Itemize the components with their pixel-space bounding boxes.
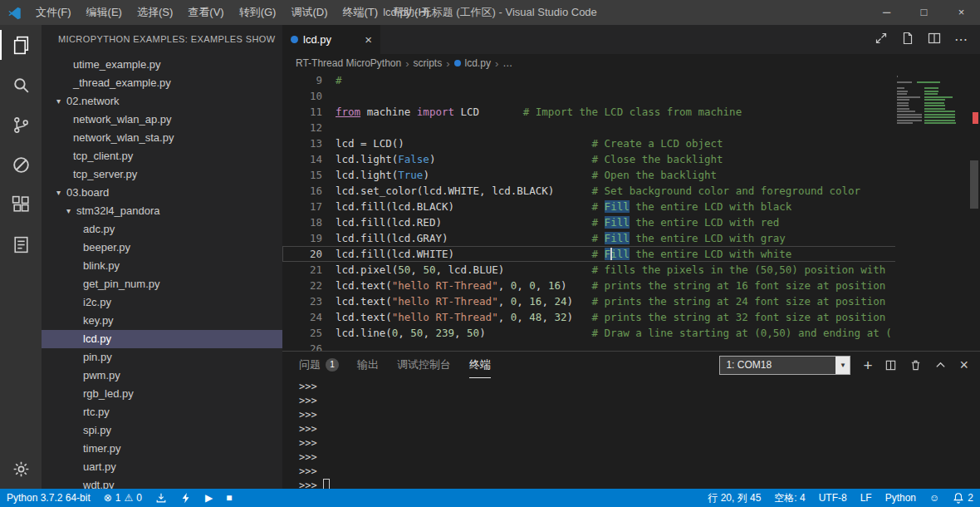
new-terminal-icon[interactable]: + bbox=[863, 357, 872, 373]
sidebar: MICROPYTHON EXAMPLES: EXAMPLES SHOW utim… bbox=[42, 25, 282, 489]
run-icon[interactable]: ▶ bbox=[198, 489, 219, 507]
tree-file-wdt.py[interactable]: wdt.py bbox=[42, 476, 282, 489]
eol-status[interactable]: LF bbox=[854, 489, 879, 507]
code-line-10[interactable]: 10 bbox=[282, 88, 968, 104]
tree-file-pwm.py[interactable]: pwm.py bbox=[42, 367, 282, 385]
menu-item-1[interactable]: 编辑(E) bbox=[79, 0, 130, 25]
tree-file-pin.py[interactable]: pin.py bbox=[42, 348, 282, 367]
explorer-icon[interactable] bbox=[0, 25, 42, 65]
tree-folder-02.network[interactable]: ▾02.network bbox=[42, 92, 282, 111]
minimap[interactable] bbox=[895, 72, 968, 351]
terminal-select[interactable]: 1: COM18 ▼ bbox=[719, 356, 850, 375]
terminal-output[interactable]: >>>>>>>>>>>>>>>>>>>>>>>> bbox=[282, 378, 980, 489]
code-line-20[interactable]: 20lcd.fill(lcd.WHITE)# Fill the entire L… bbox=[282, 246, 968, 262]
code-line-11[interactable]: 11from machine import LCD# Import the LC… bbox=[282, 104, 968, 120]
notifications-bell[interactable]: 2 bbox=[946, 489, 980, 507]
code-line-22[interactable]: 22lcd.text("hello RT-Thread", 0, 0, 16)#… bbox=[282, 278, 968, 293]
breadcrumb-file[interactable]: lcd.py bbox=[465, 57, 491, 69]
tree-item-label: tcp_client.py bbox=[73, 147, 133, 165]
code-line-26[interactable]: 26 bbox=[282, 341, 968, 351]
panel-tab-1[interactable]: 输出 bbox=[357, 352, 379, 378]
maximize-button[interactable]: □ bbox=[905, 0, 943, 25]
code-line-9[interactable]: 9# bbox=[282, 72, 968, 88]
examples-icon[interactable] bbox=[0, 224, 42, 264]
vertical-scrollbar[interactable] bbox=[970, 160, 978, 209]
encoding-status[interactable]: UTF-8 bbox=[812, 489, 854, 507]
tree-file-network_wlan_ap.py[interactable]: network_wlan_ap.py bbox=[42, 111, 282, 129]
tree-file-timer.py[interactable]: timer.py bbox=[42, 440, 282, 458]
code-line-21[interactable]: 21lcd.pixel(50, 50, lcd.BLUE)# fills the… bbox=[282, 262, 968, 278]
tree-file-network_wlan_sta.py[interactable]: network_wlan_sta.py bbox=[42, 129, 282, 147]
panel-tab-2[interactable]: 调试控制台 bbox=[397, 352, 451, 378]
tree-file-uart.py[interactable]: uart.py bbox=[42, 458, 282, 476]
code-line-19[interactable]: 19lcd.fill(lcd.GRAY)# Fill the entire LC… bbox=[282, 230, 968, 246]
settings-icon[interactable] bbox=[0, 449, 42, 489]
source-control-icon[interactable] bbox=[0, 105, 42, 145]
tree-file-blink.py[interactable]: blink.py bbox=[42, 257, 282, 275]
more-actions-icon[interactable]: ⋯ bbox=[954, 32, 968, 47]
tree-file-utime_example.py[interactable]: utime_example.py bbox=[42, 56, 282, 74]
tab-close-icon[interactable]: × bbox=[365, 33, 372, 46]
tree-file-key.py[interactable]: key.py bbox=[42, 312, 282, 330]
python-interpreter[interactable]: Python 3.7.2 64-bit bbox=[0, 489, 97, 507]
code-line-17[interactable]: 17lcd.fill(lcd.BLACK)# Fill the entire L… bbox=[282, 199, 968, 214]
tree-file-i2c.py[interactable]: i2c.py bbox=[42, 293, 282, 312]
tree-file-get_pin_num.py[interactable]: get_pin_num.py bbox=[42, 275, 282, 293]
tree-folder-stm32l4_pandora[interactable]: ▾stm32l4_pandora bbox=[42, 202, 282, 220]
minimize-button[interactable]: ─ bbox=[868, 0, 905, 25]
menu-item-0[interactable]: 文件(F) bbox=[28, 0, 79, 25]
breadcrumb-workspace[interactable]: RT-Thread MicroPython bbox=[296, 57, 401, 69]
terminal-line: >>> bbox=[299, 450, 980, 465]
menu-item-2[interactable]: 选择(S) bbox=[130, 0, 180, 25]
open-changes-icon[interactable] bbox=[875, 32, 888, 48]
code-line-15[interactable]: 15lcd.light(True)# Open the backlight bbox=[282, 167, 968, 183]
tree-file-rtc.py[interactable]: rtc.py bbox=[42, 403, 282, 421]
open-file-icon[interactable] bbox=[901, 32, 914, 48]
tree-file-adc.py[interactable]: adc.py bbox=[42, 220, 282, 239]
code-line-16[interactable]: 16lcd.set_color(lcd.WHITE, lcd.BLACK)# S… bbox=[282, 183, 968, 199]
kill-terminal-icon[interactable] bbox=[909, 359, 922, 372]
code-line-24[interactable]: 24lcd.text("hello RT-Thread", 0, 48, 32)… bbox=[282, 309, 968, 325]
menu-item-4[interactable]: 转到(G) bbox=[232, 0, 284, 25]
cursor-position[interactable]: 行 20, 列 45 bbox=[701, 489, 767, 507]
close-button[interactable]: × bbox=[943, 0, 980, 25]
feedback-smiley-icon[interactable]: ☺ bbox=[923, 489, 946, 507]
tree-file-_thread_example.py[interactable]: _thread_example.py bbox=[42, 74, 282, 92]
menu-item-5[interactable]: 调试(D) bbox=[283, 0, 335, 25]
stop-icon[interactable]: ■ bbox=[219, 489, 238, 507]
breadcrumb-symbol[interactable]: … bbox=[502, 57, 512, 69]
breadcrumb-folder[interactable]: scripts bbox=[414, 57, 443, 69]
tree-file-beeper.py[interactable]: beeper.py bbox=[42, 239, 282, 257]
tree-file-spi.py[interactable]: spi.py bbox=[42, 421, 282, 440]
line-number: 13 bbox=[282, 135, 322, 151]
split-editor-icon[interactable] bbox=[928, 32, 941, 48]
language-mode[interactable]: Python bbox=[879, 489, 923, 507]
problems-status[interactable]: ⊗ 1 ⚠ 0 bbox=[97, 489, 149, 507]
tree-file-tcp_client.py[interactable]: tcp_client.py bbox=[42, 147, 282, 165]
maximize-panel-icon[interactable] bbox=[934, 359, 947, 372]
panel-tab-0[interactable]: 问题1 bbox=[299, 352, 339, 378]
menu-item-6[interactable]: 终端(T) bbox=[335, 0, 385, 25]
code-line-13[interactable]: 13lcd = LCD()# Create a LCD object bbox=[282, 135, 968, 151]
code-line-25[interactable]: 25lcd.line(0, 50, 239, 50)# Draw a line … bbox=[282, 325, 968, 341]
code-line-23[interactable]: 23lcd.text("hello RT-Thread", 0, 16, 24)… bbox=[282, 293, 968, 309]
tree-file-tcp_server.py[interactable]: tcp_server.py bbox=[42, 165, 282, 184]
indentation-status[interactable]: 空格: 4 bbox=[767, 489, 811, 507]
editor[interactable]: 9#1011from machine import LCD# Import th… bbox=[282, 72, 980, 351]
code-line-18[interactable]: 18lcd.fill(lcd.RED)# Fill the entire LCD… bbox=[282, 214, 968, 230]
close-panel-icon[interactable]: × bbox=[959, 357, 968, 372]
menu-item-3[interactable]: 查看(V) bbox=[180, 0, 231, 25]
panel-tab-3[interactable]: 终端 bbox=[469, 352, 491, 378]
code-line-14[interactable]: 14lcd.light(False)# Close the backlight bbox=[282, 151, 968, 167]
extensions-icon[interactable] bbox=[0, 185, 42, 224]
tab-lcd-py[interactable]: lcd.py × bbox=[282, 25, 380, 54]
tree-file-rgb_led.py[interactable]: rgb_led.py bbox=[42, 385, 282, 403]
split-terminal-icon[interactable] bbox=[884, 359, 897, 372]
tree-file-lcd.py[interactable]: lcd.py bbox=[42, 330, 282, 348]
flash-build-icon[interactable] bbox=[174, 489, 198, 507]
download-to-device-icon[interactable] bbox=[149, 489, 174, 507]
search-icon[interactable] bbox=[0, 65, 42, 105]
tree-folder-03.board[interactable]: ▾03.board bbox=[42, 184, 282, 202]
debug-icon[interactable] bbox=[0, 145, 42, 185]
code-line-12[interactable]: 12 bbox=[282, 120, 968, 135]
